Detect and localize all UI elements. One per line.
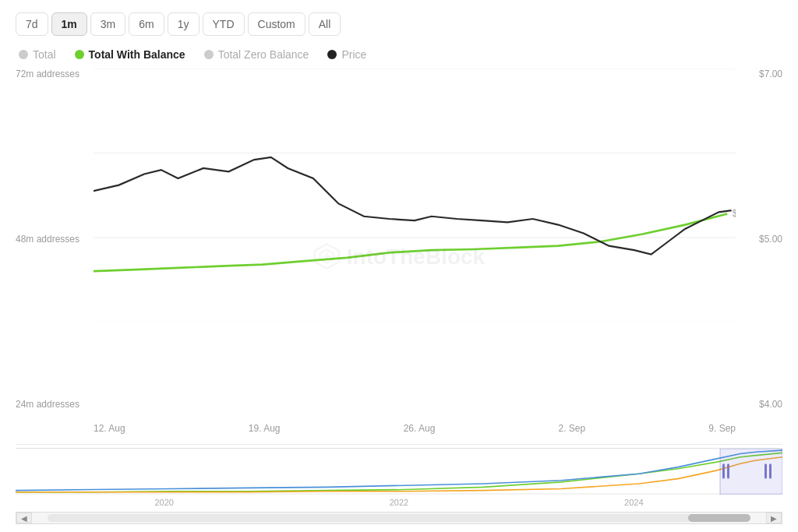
legend-item-total[interactable]: Total [19,48,56,61]
mini-x-labels: 2020 2022 2024 [16,495,782,510]
legend-item-price[interactable]: Price [327,48,366,61]
mini-x-2024: 2024 [624,498,643,507]
chart-wrapper: 72m addresses 48m addresses 24m addresse… [16,69,782,445]
legend: TotalTotal With BalanceTotal Zero Balanc… [16,48,782,61]
legend-dot [327,50,337,59]
scroll-left-arrow[interactable]: ◀ [16,513,32,523]
y-left-mid: 48m addresses [16,234,94,245]
legend-dot [19,50,28,59]
time-btn-all[interactable]: All [309,12,341,36]
mini-x-2022: 2022 [390,498,408,507]
time-btn-1m[interactable]: 1m [51,12,87,36]
svg-rect-12 [727,463,729,478]
svg-text:$6.00: $6.00 [733,208,736,219]
y-right-mid: $5.00 [759,234,782,245]
legend-label: Total Zero Balance [218,48,309,61]
svg-rect-13 [764,463,767,478]
main-chart-area: 72m addresses 48m addresses 24m addresse… [16,69,782,524]
y-right-top: $7.00 [759,69,782,79]
time-controls: 7d1m3m6m1yYTDCustomAll [16,12,782,36]
chart-container: 7d1m3m6m1yYTDCustomAll TotalTotal With B… [0,0,798,532]
x-label-5: 9. Sep [708,423,736,434]
y-left-top: 72m addresses [16,69,94,79]
time-btn-custom[interactable]: Custom [248,12,305,36]
y-axis-left: 72m addresses 48m addresses 24m addresse… [16,69,94,413]
time-btn-7d[interactable]: 7d [16,12,48,36]
time-btn-ytd[interactable]: YTD [203,12,245,36]
scroll-right-arrow[interactable]: ▶ [766,513,782,523]
x-label-4: 2. Sep [558,423,585,434]
mini-chart-svg [16,449,782,495]
time-btn-3m[interactable]: 3m [90,12,125,36]
legend-dot [75,50,84,59]
x-label-1: 12. Aug [94,423,125,434]
y-left-bottom: 24m addresses [16,399,94,410]
x-label-3: 26. Aug [404,423,436,434]
mini-chart-section: 2020 2022 2024 [16,448,782,510]
legend-label: Total With Balance [89,48,185,61]
legend-label: Total [33,48,56,61]
scroll-bar[interactable]: ◀ ▶ [16,512,782,524]
y-axis-right: $7.00 $5.00 $4.00 [736,69,782,413]
legend-item-total-zero-balance[interactable]: Total Zero Balance [204,48,309,61]
time-btn-6m[interactable]: 6m [129,12,164,36]
legend-item-total-with-balance[interactable]: Total With Balance [75,48,185,61]
scroll-track[interactable] [48,514,750,522]
scroll-thumb[interactable] [688,514,750,522]
legend-dot [204,50,214,59]
x-label-2: 19. Aug [249,423,281,434]
x-axis: 12. Aug 19. Aug 26. Aug 2. Sep 9. Sep [94,413,736,444]
time-btn-1y[interactable]: 1y [168,12,200,36]
mini-x-2020: 2020 [154,498,173,507]
svg-rect-11 [722,463,725,478]
legend-label: Price [341,48,366,61]
svg-rect-14 [769,463,772,478]
y-right-bottom: $4.00 [759,399,782,410]
main-chart-svg: $6.00 [94,69,736,322]
